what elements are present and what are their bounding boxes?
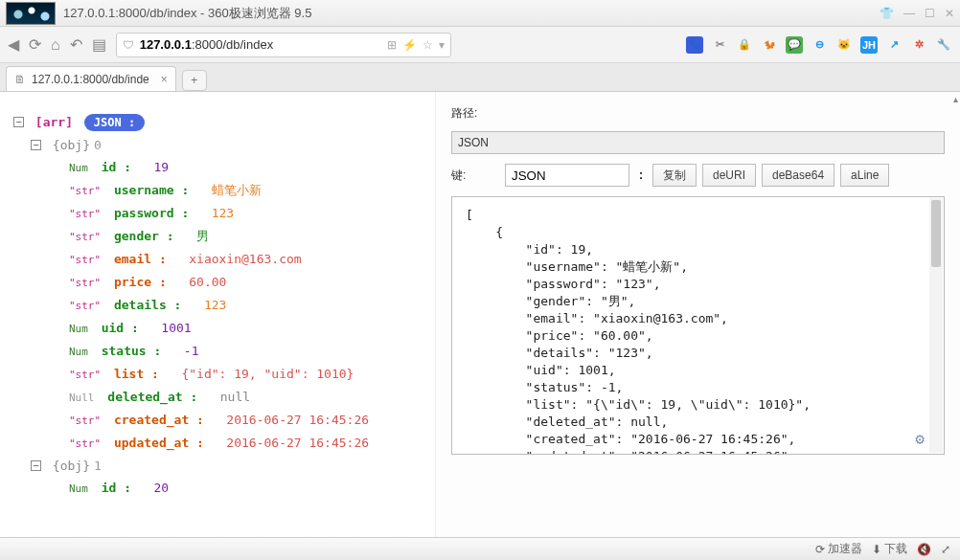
tab-label: 127.0.0.1:8000/db/inde xyxy=(32,73,149,86)
tree-field-row[interactable]: "str" password : 123 xyxy=(13,202,425,225)
collapse-icon[interactable]: − xyxy=(31,460,41,471)
json-line: "price": "60.00", xyxy=(466,327,930,345)
deuri-button[interactable]: deURI xyxy=(702,164,756,187)
app-logo xyxy=(6,2,56,25)
tab-close-icon[interactable]: × xyxy=(161,73,168,86)
json-line: "list": "{\"id\": 19, \"uid\": 1010}", xyxy=(466,396,930,414)
tree-field-row[interactable]: Num id : 20 xyxy=(13,477,425,500)
url-text: 127.0.0.1:8000/db/index xyxy=(140,37,274,52)
ext-wechat-icon[interactable]: 💬 xyxy=(786,36,803,54)
json-line: "gender": "男", xyxy=(466,293,930,310)
extensions-row: 🐾 ✂ 🔒 🐿 💬 ⊖ 🐱 JH ↗ ✲ 🔧 xyxy=(686,36,952,54)
ext-clip-icon[interactable]: ✂ xyxy=(711,36,728,54)
debase64-button[interactable]: deBase64 xyxy=(762,164,834,187)
gear-icon[interactable]: ⚙ xyxy=(915,431,925,448)
json-line: "username": "蜡笔小新", xyxy=(466,258,930,276)
json-tree-pane: − [arr] JSON :− {obj}0Num id : 19"str" u… xyxy=(0,92,435,537)
new-tab-button[interactable]: + xyxy=(182,70,207,91)
reload-icon[interactable]: ⟳ xyxy=(29,35,41,54)
browser-toolbar: ◀ ⟳ ⌂ ↶ ▤ 🛡 127.0.0.1:8000/db/index ⊞ ⚡ … xyxy=(0,27,960,63)
read-icon[interactable]: ▤ xyxy=(92,35,106,54)
collapse-icon[interactable]: − xyxy=(13,117,24,127)
browser-tab[interactable]: 🗎 127.0.0.1:8000/db/inde × xyxy=(6,66,176,91)
star-icon[interactable]: ☆ xyxy=(423,38,433,52)
scroll-up-icon[interactable]: ▴ xyxy=(953,94,958,104)
json-line: "status": -1, xyxy=(466,379,930,396)
download-status[interactable]: ⬇ 下载 xyxy=(872,541,907,557)
maximize-icon[interactable]: ☐ xyxy=(925,7,935,20)
json-line: "password": "123", xyxy=(466,276,930,293)
tree-field-row[interactable]: "str" list : {"id": 19, "uid": 1010} xyxy=(13,363,425,386)
tree-field-row[interactable]: "str" price : 60.00 xyxy=(13,271,425,294)
scrollbar-thumb[interactable] xyxy=(931,200,941,267)
qr-icon[interactable]: ⊞ xyxy=(387,38,397,52)
copy-button[interactable]: 复制 xyxy=(652,164,697,187)
scrollbar[interactable] xyxy=(929,198,943,453)
undo-icon[interactable]: ↶ xyxy=(70,35,82,54)
json-line: "created_at": "2016-06-27 16:45:26", xyxy=(466,431,930,448)
mute-icon[interactable]: 🔇 xyxy=(917,543,931,556)
detail-pane: ▴ 路径: JSON 键: : 复制 deURI deBase64 aLine … xyxy=(435,92,960,537)
tree-field-row[interactable]: "str" details : 123 xyxy=(13,294,425,317)
json-raw-pane[interactable]: [ { "id": 19, "username": "蜡笔小新", "passw… xyxy=(451,196,945,455)
ext-lock-icon[interactable]: 🔒 xyxy=(736,36,753,54)
status-bar: ⟳ 加速器 ⬇ 下载 🔇 ⤢ xyxy=(0,537,960,560)
aline-button[interactable]: aLine xyxy=(840,164,889,187)
json-line: "details": "123", xyxy=(466,345,930,362)
page-content: − [arr] JSON :− {obj}0Num id : 19"str" u… xyxy=(0,92,960,537)
tree-field-row[interactable]: Num uid : 1001 xyxy=(13,317,425,340)
ext-paw-icon[interactable]: 🐾 xyxy=(686,36,703,54)
ext-cat-icon[interactable]: 🐱 xyxy=(835,36,853,54)
json-line: "uid": 1001, xyxy=(466,362,930,379)
json-line: "id": 19, xyxy=(466,241,930,258)
accel-status[interactable]: ⟳ 加速器 xyxy=(815,541,862,557)
tree-field-row[interactable]: "str" gender : 男 xyxy=(13,225,425,248)
shield-icon: 🛡 xyxy=(123,38,134,52)
home-icon[interactable]: ⌂ xyxy=(51,36,60,54)
colon: : xyxy=(635,168,647,182)
back-icon[interactable]: ◀ xyxy=(8,35,19,54)
tree-field-row[interactable]: Num id : 19 xyxy=(13,156,425,179)
tab-bar: 🗎 127.0.0.1:8000/db/inde × + xyxy=(0,63,960,92)
ext-wrench-icon[interactable]: 🔧 xyxy=(935,36,952,54)
window-controls: 👕 — ☐ ✕ xyxy=(880,7,954,20)
json-line: "deleted_at": null, xyxy=(466,414,930,431)
json-root-badge[interactable]: JSON : xyxy=(84,114,145,131)
path-value-box[interactable]: JSON xyxy=(451,131,945,154)
dropdown-icon[interactable]: ▾ xyxy=(439,38,445,52)
json-line: [ xyxy=(466,207,930,224)
key-label: 键: xyxy=(451,168,499,184)
json-line: "email": "xiaoxin@163.com", xyxy=(466,310,930,327)
tab-favicon: 🗎 xyxy=(14,73,26,86)
close-icon[interactable]: ✕ xyxy=(945,7,954,20)
ext-jh-icon[interactable]: JH xyxy=(860,36,878,54)
tree-field-row[interactable]: Num status : -1 xyxy=(13,340,425,363)
ext-fan-icon[interactable]: ✲ xyxy=(910,36,927,54)
tree-field-row[interactable]: Null deleted_at : null xyxy=(13,386,425,409)
tree-field-row[interactable]: "str" username : 蜡笔小新 xyxy=(13,179,425,202)
json-line: "updated_at": "2016-06-27 16:45:26" xyxy=(466,448,930,455)
json-line: { xyxy=(466,224,930,241)
tree-field-row[interactable]: "str" email : xiaoxin@163.com xyxy=(13,248,425,271)
shirt-icon[interactable]: 👕 xyxy=(880,7,894,20)
address-bar[interactable]: 🛡 127.0.0.1:8000/db/index ⊞ ⚡ ☆ ▾ xyxy=(116,33,451,57)
tree-field-row[interactable]: "str" created_at : 2016-06-27 16:45:26 xyxy=(13,409,425,432)
path-label: 路径: xyxy=(451,105,499,122)
window-title: 127.0.0.1:8000/db/index - 360极速浏览器 9.5 xyxy=(63,5,880,22)
ext-circle-icon[interactable]: ⊖ xyxy=(811,36,828,54)
zoom-icon[interactable]: ⤢ xyxy=(941,543,950,556)
flash-icon[interactable]: ⚡ xyxy=(402,38,417,52)
ext-squirrel-icon[interactable]: 🐿 xyxy=(761,36,778,54)
minimize-icon[interactable]: — xyxy=(903,7,915,20)
window-titlebar: 127.0.0.1:8000/db/index - 360极速浏览器 9.5 👕… xyxy=(0,0,960,27)
ext-arrow-icon[interactable]: ↗ xyxy=(885,36,903,54)
tree-field-row[interactable]: "str" updated_at : 2016-06-27 16:45:26 xyxy=(13,432,425,455)
collapse-icon[interactable]: − xyxy=(31,140,41,150)
key-input[interactable] xyxy=(505,164,629,187)
